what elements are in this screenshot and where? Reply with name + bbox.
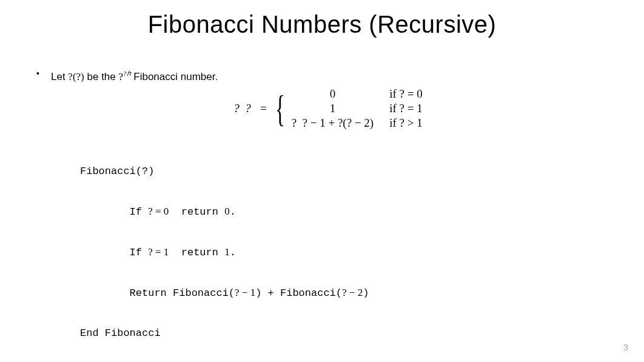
slide: Fibonacci Numbers (Recursive) • Let ?(?)… (0, 0, 644, 362)
code-l3c: return (169, 247, 224, 258)
bullet-1-part-mid: be the (84, 71, 119, 82)
bullet-1-part-post: Fibonacci number. (131, 71, 218, 82)
bullet-dot-icon: • (36, 67, 51, 80)
pseudocode-block: Fibonacci(?) If ? = 0 return 0. If ? = 1… (80, 138, 620, 362)
fib-case2-cond: if ? = 1 (389, 102, 423, 115)
code-l3b: ? = 1 (148, 246, 169, 258)
code-l4d: ? − 2 (342, 287, 363, 298)
code-l2b: ? = 0 (148, 206, 169, 217)
fib-definition-math: ? ? = { 0 if ? = 0 1 if ? = 1 ? ? − 1 + … (36, 87, 620, 130)
code-line-3: If ? = 1 return 1. (80, 246, 620, 260)
code-line-4: Return Fibonacci(? − 1) + Fibonacci(? − … (80, 286, 620, 300)
fib-def-cases: 0 if ? = 0 1 if ? = 1 ? ? − 1 + ?(? − 2)… (292, 87, 423, 130)
code-l3d: 1 (224, 246, 230, 258)
page-number: 3 (623, 342, 628, 352)
slide-title: Fibonacci Numbers (Recursive) (0, 11, 644, 38)
code-l4b: ? − 1 (235, 287, 255, 298)
bullet-1-fn: ?(?) (68, 71, 84, 82)
bullet-1-text: Let ?(?) be the ??ℎ Fibonacci number. (51, 67, 620, 84)
bullet-1: • Let ?(?) be the ??ℎ Fibonacci number. (36, 67, 620, 84)
code-l3a: If (80, 247, 148, 258)
slide-body: • Let ?(?) be the ??ℎ Fibonacci number. … (36, 67, 620, 362)
code-line-1: Fibonacci(?) (80, 165, 620, 178)
bullet-1-var: ? (119, 71, 124, 82)
fib-case2-val: 1 (292, 102, 374, 115)
fib-case3-val: ? ? − 1 + ?(? − 2) (292, 116, 374, 130)
fib-case3-cond: if ? > 1 (389, 116, 423, 130)
left-brace-icon: { (275, 93, 285, 124)
bullet-1-part-pre: Let (51, 71, 68, 82)
code-l3e: . (230, 247, 236, 258)
fib-def-lhs: ? ? = (233, 102, 267, 115)
code-l4a: Return Fibonacci( (80, 287, 235, 299)
code-l4e: ) (363, 287, 369, 299)
code-l4c: ) + Fibonacci( (255, 287, 342, 299)
code-l2c: return (169, 206, 224, 218)
code-line-2: If ? = 0 return 0. (80, 205, 620, 219)
bullet-1-sup: ?ℎ (123, 70, 131, 77)
code-line-5: End Fibonacci (80, 327, 620, 340)
code-l2a: If (80, 206, 148, 218)
fib-case1-val: 0 (292, 87, 374, 101)
fib-case1-cond: if ? = 0 (389, 87, 423, 101)
code-l2d: 0 (224, 206, 230, 217)
code-l2e: . (230, 206, 236, 218)
